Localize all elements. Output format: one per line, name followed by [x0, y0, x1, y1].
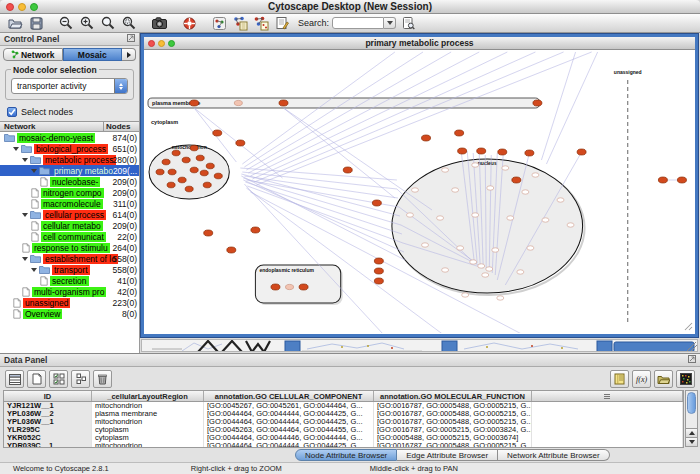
- search-input[interactable]: [332, 17, 384, 29]
- minimize-button[interactable]: [158, 40, 165, 47]
- tree-row[interactable]: macromolecule311(0): [0, 198, 139, 209]
- open-file-icon[interactable]: [6, 15, 24, 31]
- table-scrollbar[interactable]: [685, 390, 698, 447]
- table-cell[interactable]: [GO:0005488, GO:0005215, GO:0003674]: [374, 434, 532, 442]
- col-header-cellular-component[interactable]: annotation.GO CELLULAR_COMPONENT: [204, 391, 374, 401]
- table-cell[interactable]: YPL036W__2: [4, 410, 92, 418]
- tab-overflow-button[interactable]: [122, 48, 136, 61]
- tab-edge-attribute-browser[interactable]: Edge Attribute Browser: [397, 449, 498, 461]
- close-button[interactable]: [148, 40, 155, 47]
- tree-row[interactable]: unassigned223(0): [0, 297, 139, 308]
- tree-expand-arrow-icon[interactable]: [22, 213, 28, 217]
- tree-expand-arrow-icon[interactable]: [13, 147, 19, 151]
- table-cell[interactable]: YKR052C: [4, 434, 92, 442]
- table-cell[interactable]: [GO:0044464, GO:0044446, GO:0044444, G..…: [204, 434, 374, 442]
- create-network-from-selected-icon[interactable]: [252, 15, 270, 31]
- vizmapper-icon[interactable]: [210, 15, 228, 31]
- table-row[interactable]: YPL036W__2plasma membrane[GO:0044464, GO…: [4, 410, 683, 418]
- formula-icon[interactable]: f(x): [632, 370, 651, 388]
- float-panel-icon[interactable]: [688, 355, 696, 365]
- dropdown-stepper[interactable]: [114, 79, 127, 93]
- tree-row[interactable]: response to stimulu264(0): [0, 242, 139, 253]
- tree-row[interactable]: cellular process614(0): [0, 209, 139, 220]
- tree-expand-arrow-icon[interactable]: [22, 158, 28, 162]
- tree-col-nodes[interactable]: Nodes: [103, 122, 139, 131]
- table-cell[interactable]: mitochondrion: [92, 402, 204, 410]
- tree-row[interactable]: nucleobase-209(0): [0, 176, 139, 187]
- import-attributes-icon[interactable]: [654, 370, 673, 388]
- tree-row[interactable]: biological_process651(0): [0, 143, 139, 154]
- table-cell[interactable]: cytoplasm: [92, 426, 204, 434]
- network-view-titlebar[interactable]: primary metabolic process: [144, 37, 695, 50]
- tab-node-attribute-browser[interactable]: Node Attribute Browser: [295, 449, 397, 461]
- snapshot-icon[interactable]: [150, 15, 168, 31]
- col-header-id[interactable]: ID: [4, 391, 92, 401]
- table-cell[interactable]: [GO:0044464, GO:0044444, GO:0044425, G..…: [204, 418, 374, 426]
- table-cell[interactable]: [GO:0016787, GO:0005215, GO:0003824, G..…: [374, 426, 532, 434]
- select-attributes-icon[interactable]: [49, 370, 68, 388]
- float-panel-icon[interactable]: [127, 34, 135, 44]
- annotation-icon[interactable]: [273, 15, 291, 31]
- tree-row[interactable]: multi-organism pro42(0): [0, 286, 139, 297]
- scroll-down-button[interactable]: [686, 437, 697, 446]
- save-session-icon[interactable]: [27, 15, 45, 31]
- tree-expand-arrow-icon[interactable]: [31, 268, 37, 272]
- table-cell[interactable]: mitochondrion: [92, 418, 204, 426]
- table-cell[interactable]: [GO:0044464, GO:0044444, GO:0044425, G..…: [204, 410, 374, 418]
- tree-row[interactable]: Overview8(0): [0, 308, 139, 319]
- network-canvas[interactable]: plasma membranecytoplasmunassignedmitoch…: [144, 50, 695, 333]
- table-cell[interactable]: YPL036W__1: [4, 418, 92, 426]
- zoom-selected-region-icon[interactable]: [99, 15, 117, 31]
- zoom-button[interactable]: [30, 3, 38, 11]
- attribute-table-icon[interactable]: [5, 370, 24, 388]
- search-options-icon[interactable]: [399, 15, 417, 31]
- zoom-out-icon[interactable]: [57, 15, 75, 31]
- zoom-in-icon[interactable]: [78, 15, 96, 31]
- table-cell[interactable]: [GO:0016787, GO:0005488, GO:0005215, G..…: [374, 410, 532, 418]
- select-nodes-checkbox[interactable]: [7, 107, 17, 117]
- tree-row[interactable]: cellular metabo209(0): [0, 220, 139, 231]
- table-cell[interactable]: YDR039C__1: [4, 442, 92, 448]
- tree-row[interactable]: transport558(0): [0, 264, 139, 275]
- tree-row[interactable]: nitrogen compo209(0): [0, 187, 139, 198]
- node-color-dropdown[interactable]: transporter activity: [11, 78, 128, 94]
- tab-network[interactable]: Network: [3, 48, 63, 61]
- tree-expand-arrow-icon[interactable]: [31, 169, 37, 173]
- table-cell[interactable]: YJR121W__1: [4, 402, 92, 410]
- zoom-button[interactable]: [168, 40, 175, 47]
- help-icon[interactable]: [180, 15, 198, 31]
- search-dropdown-button[interactable]: [384, 17, 396, 29]
- tree-row[interactable]: mosaic-demo-yeast874(0): [0, 132, 139, 143]
- tree-expand-arrow-icon[interactable]: [22, 257, 28, 261]
- tree-row[interactable]: metabolic process280(0): [0, 154, 139, 165]
- col-header-molecular-function[interactable]: annotation.GO MOLECULAR_FUNCTION: [374, 391, 532, 401]
- table-cell[interactable]: mitochondrion: [92, 442, 204, 448]
- table-cell[interactable]: [GO:0044464, GO:0044444, GO:0044425, G..…: [204, 442, 374, 448]
- scroll-up-button[interactable]: [686, 428, 697, 437]
- table-row[interactable]: YDR039C__1mitochondrion[GO:0044464, GO:0…: [4, 442, 683, 448]
- tree-row[interactable]: primary metabo209(...: [0, 165, 139, 176]
- table-row[interactable]: YLR295Ccytoplasm[GO:0045263, GO:0044464,…: [4, 426, 683, 434]
- table-row[interactable]: YKR052Ccytoplasm[GO:0044464, GO:0044446,…: [4, 434, 683, 442]
- new-attribute-icon[interactable]: [27, 370, 46, 388]
- delete-attribute-icon[interactable]: [93, 370, 112, 388]
- table-cell[interactable]: plasma membrane: [92, 410, 204, 418]
- close-button[interactable]: [6, 3, 14, 11]
- tree-row[interactable]: cell communicat22(0): [0, 231, 139, 242]
- table-cell[interactable]: [GO:0016787, GO:0005488, GO:0005215, G..…: [374, 402, 532, 410]
- create-network-icon[interactable]: [231, 15, 249, 31]
- tab-mosaic[interactable]: Mosaic: [63, 48, 123, 61]
- tree-row[interactable]: secretion41(0): [0, 275, 139, 286]
- tab-network-attribute-browser[interactable]: Network Attribute Browser: [498, 449, 609, 461]
- tree-col-network[interactable]: Network: [0, 122, 103, 131]
- table-cell[interactable]: YLR295C: [4, 426, 92, 434]
- attribute-layout-icon[interactable]: [71, 370, 90, 388]
- minimize-button[interactable]: [18, 3, 26, 11]
- scrollbar-thumb[interactable]: [687, 392, 696, 414]
- notes-icon[interactable]: [610, 370, 629, 388]
- matrix-icon[interactable]: [676, 370, 695, 388]
- table-cell[interactable]: [GO:0045263, GO:0044464, GO:0044455, G..…: [204, 426, 374, 434]
- tree-row[interactable]: establishment of lo558(0): [0, 253, 139, 264]
- table-cell[interactable]: [GO:0016787, GO:0005488, GO:0005215, G..…: [374, 442, 532, 448]
- col-header-region[interactable]: _cellularLayoutRegion: [92, 391, 204, 401]
